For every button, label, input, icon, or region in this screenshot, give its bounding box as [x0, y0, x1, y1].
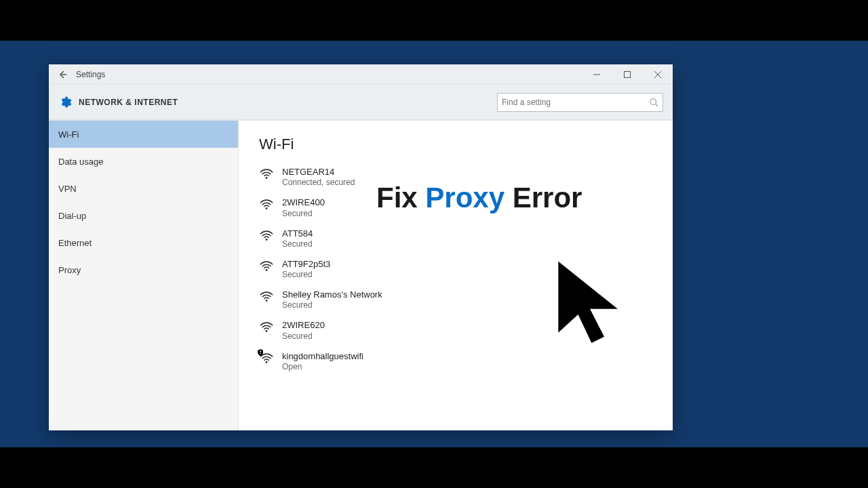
sidebar-item-vpn[interactable]: VPN: [49, 175, 238, 202]
svg-point-5: [266, 269, 268, 271]
wifi-status: Secured: [282, 331, 325, 342]
wifi-status: Open: [282, 362, 363, 372]
sidebar-item-proxy[interactable]: Proxy: [49, 256, 238, 283]
svg-point-1: [650, 98, 656, 104]
svg-point-3: [266, 207, 268, 209]
wifi-network-item[interactable]: ATT584 Secured: [259, 228, 652, 249]
overlay-text-accent: Proxy: [425, 182, 505, 214]
wifi-ssid: 2WIRE620: [282, 320, 325, 331]
svg-point-6: [266, 300, 268, 302]
settings-header: NETWORK & INTERNET: [49, 85, 673, 120]
shield-warning-icon: [256, 348, 264, 357]
cursor-icon: [549, 258, 631, 355]
category-title: NETWORK & INTERNET: [79, 98, 178, 107]
window-controls: [581, 64, 673, 85]
wifi-status: Secured: [282, 300, 382, 310]
back-button[interactable]: [49, 64, 76, 85]
svg-rect-0: [624, 71, 630, 77]
sidebar-item-label: Proxy: [58, 265, 81, 275]
overlay-title-text: Fix Proxy Error: [376, 182, 582, 214]
wifi-ssid: Shelley Ramos's Network: [282, 289, 382, 300]
wifi-signal-icon: [259, 320, 274, 335]
close-button[interactable]: [642, 64, 673, 85]
overlay-text-part2: Error: [505, 182, 582, 214]
svg-point-7: [266, 330, 268, 332]
overlay-text-part1: Fix: [376, 182, 425, 214]
settings-window: Settings NETWORK & INTERNET: [49, 64, 673, 430]
wifi-ssid: NETGEAR14: [282, 167, 355, 178]
window-title: Settings: [76, 70, 105, 79]
svg-rect-9: [260, 353, 260, 354]
wifi-status: Secured: [282, 209, 325, 219]
wifi-status: Secured: [282, 270, 330, 280]
maximize-button[interactable]: [612, 64, 642, 85]
svg-rect-8: [260, 350, 260, 352]
sidebar: Wi-Fi Data usage VPN Dial-up Ethernet Pr…: [49, 121, 239, 430]
wifi-signal-icon: [259, 259, 274, 274]
svg-marker-11: [558, 262, 618, 343]
page-title: Wi-Fi: [259, 136, 652, 153]
sidebar-item-label: Wi-Fi: [58, 129, 79, 140]
sidebar-item-label: Data usage: [58, 157, 104, 167]
wifi-signal-icon: [259, 289, 274, 304]
svg-point-2: [266, 177, 268, 179]
sidebar-item-dialup[interactable]: Dial-up: [49, 202, 238, 229]
wifi-signal-icon: [259, 167, 274, 182]
svg-point-10: [266, 361, 268, 363]
svg-point-4: [266, 239, 268, 241]
search-icon: [649, 98, 658, 107]
wifi-ssid: ATT584: [282, 228, 313, 239]
search-box[interactable]: [497, 93, 663, 112]
titlebar: Settings: [49, 64, 673, 85]
wifi-status: Connected, secured: [282, 178, 355, 188]
letterbox-top: [0, 0, 868, 41]
search-input[interactable]: [502, 98, 649, 107]
wifi-signal-icon: [259, 228, 274, 243]
minimize-button[interactable]: [581, 64, 612, 85]
sidebar-item-ethernet[interactable]: Ethernet: [49, 229, 238, 256]
sidebar-item-wifi[interactable]: Wi-Fi: [49, 121, 238, 148]
wifi-ssid: ATT9F2p5t3: [282, 259, 330, 270]
wifi-status: Secured: [282, 239, 313, 249]
wifi-ssid: kingdomhallguestwifi: [282, 351, 363, 362]
gear-icon: [58, 96, 72, 109]
sidebar-item-label: Ethernet: [58, 238, 92, 248]
wifi-ssid: 2WIRE400: [282, 197, 325, 208]
sidebar-item-label: VPN: [58, 184, 77, 194]
wifi-signal-icon: [259, 197, 274, 212]
letterbox-bottom: [0, 447, 868, 488]
sidebar-item-data-usage[interactable]: Data usage: [49, 148, 238, 175]
sidebar-item-label: Dial-up: [58, 211, 86, 221]
wifi-open-signal-icon: [259, 351, 274, 366]
